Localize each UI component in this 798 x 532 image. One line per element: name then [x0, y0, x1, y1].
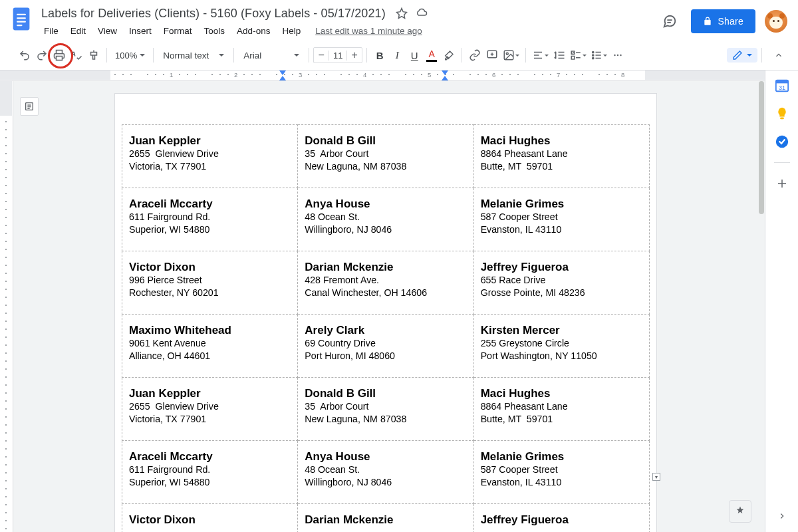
line-spacing-button[interactable] [551, 47, 568, 64]
label-name: Donald B Gill [305, 134, 466, 148]
label-cell[interactable]: Juan Keppler2655 Glenview DriveVictoria,… [122, 378, 298, 441]
tasks-app-icon[interactable] [775, 134, 789, 149]
menu-help[interactable]: Help [277, 24, 306, 38]
editing-mode-button[interactable] [727, 48, 757, 63]
label-cell[interactable]: Maci Hughes8864 Pheasant LaneButte, MT 5… [473, 125, 649, 188]
add-on-plus-button[interactable] [775, 176, 789, 191]
vertical-scrollbar[interactable] [758, 81, 765, 532]
svg-point-31 [620, 55, 622, 56]
svg-point-30 [617, 55, 618, 56]
label-cell[interactable]: Melanie Grimes587 Cooper StreetEvanston,… [473, 188, 649, 251]
label-address: 255 Greystone Circle [481, 337, 642, 349]
label-cell[interactable]: Araceli Mccarty611 Fairground Rd.Superio… [122, 441, 298, 504]
label-city: New Laguna, NM 87038 [305, 413, 466, 425]
font-value: Arial [243, 51, 261, 61]
label-address: 655 Race Drive [481, 274, 642, 286]
indent-marker-left[interactable] [279, 76, 286, 80]
indent-marker-first-line[interactable] [279, 70, 286, 75]
labels-table[interactable]: Juan Keppler2655 Glenview DriveVictoria,… [122, 124, 650, 532]
insert-link-button[interactable] [466, 47, 483, 64]
label-cell[interactable]: Anya House48 Ocean St.Willingboro, NJ 80… [298, 441, 473, 504]
align-button[interactable] [530, 47, 551, 64]
label-cell[interactable]: Darian Mckenzie428 Fremont Ave.Canal Win… [298, 251, 473, 315]
svg-rect-1 [17, 14, 26, 15]
text-color-button[interactable]: A [423, 47, 440, 64]
label-cell[interactable]: Anya House48 Ocean St.Willingboro, NJ 80… [298, 188, 473, 251]
bulleted-list-button[interactable] [589, 47, 609, 64]
italic-button[interactable]: I [388, 47, 406, 64]
highlight-color-button[interactable] [440, 47, 458, 64]
document-scroll-viewport[interactable]: ▾ Juan Keppler2655 Glenview DriveVictori… [13, 81, 758, 532]
spellcheck-button[interactable] [68, 47, 85, 64]
cloud-saved-icon[interactable] [415, 7, 428, 20]
menu-format[interactable]: Format [158, 24, 198, 38]
more-button[interactable] [609, 47, 626, 64]
underline-button[interactable]: U [406, 47, 423, 64]
star-icon[interactable] [395, 7, 408, 20]
print-button[interactable] [51, 47, 68, 64]
bold-button[interactable]: B [371, 47, 388, 64]
label-cell[interactable]: Donald B Gill35 Arbor CourtNew Laguna, N… [298, 378, 473, 441]
label-cell[interactable]: Jeffrey Figueroa [473, 504, 649, 533]
table-row: Victor Dixon996 Pierce StreetRochester, … [122, 251, 650, 315]
paint-format-button[interactable] [85, 47, 102, 64]
comments-button[interactable] [658, 9, 682, 33]
redo-button[interactable] [33, 47, 51, 64]
label-cell[interactable]: Juan Keppler2655 Glenview DriveVictoria,… [122, 125, 298, 188]
insert-image-button[interactable] [501, 47, 521, 64]
share-button[interactable]: Share [691, 9, 755, 33]
label-cell[interactable]: Victor Dixon996 Pierce StreetRochester, … [122, 251, 298, 315]
vertical-ruler[interactable] [0, 81, 13, 532]
font-size-value[interactable]: 11 [329, 51, 347, 61]
menu-file[interactable]: File [39, 24, 64, 38]
label-city: Port Huron, MI 48060 [305, 350, 466, 362]
horizontal-ruler[interactable]: 12345678 [0, 70, 765, 81]
label-address: 587 Cooper Street [481, 464, 642, 475]
label-cell[interactable]: Melanie Grimes587 Cooper StreetEvanston,… [473, 441, 649, 504]
checklist-button[interactable] [568, 47, 589, 64]
last-edit-link[interactable]: Last edit was 1 minute ago [315, 26, 422, 36]
label-address: 48 Ocean St. [305, 211, 466, 223]
label-address: 35 Arbor Court [305, 400, 466, 412]
hide-menus-button[interactable] [771, 48, 786, 63]
font-family-dropdown[interactable]: Arial [238, 51, 305, 61]
side-panel-collapse-button[interactable] [774, 508, 790, 524]
add-comment-button[interactable] [483, 47, 501, 64]
paragraph-styles-dropdown[interactable]: Normal text [158, 51, 229, 61]
keep-app-icon[interactable] [775, 106, 789, 121]
label-cell[interactable]: Araceli Mccarty611 Fairground Rd.Superio… [122, 188, 298, 251]
label-cell[interactable]: Kirsten Mercer255 Greystone CirclePort W… [473, 315, 649, 378]
document-page[interactable]: ▾ Juan Keppler2655 Glenview DriveVictori… [114, 93, 657, 532]
margin-marker-right[interactable] [442, 70, 448, 75]
menu-view[interactable]: View [92, 24, 122, 38]
label-cell[interactable]: Maci Hughes8864 Pheasant LaneButte, MT 5… [473, 378, 649, 441]
svg-text:31: 31 [778, 84, 785, 91]
scrollbar-thumb[interactable] [759, 81, 764, 214]
document-title[interactable]: Labels for Deliveries (Clients) - 5160 (… [39, 5, 388, 22]
lock-icon [703, 17, 712, 26]
font-size-increase[interactable]: + [347, 48, 362, 63]
menu-insert[interactable]: Insert [124, 24, 157, 38]
label-cell[interactable]: Maximo Whitehead9061 Kent AvenueAlliance… [122, 315, 298, 378]
label-cell[interactable]: Arely Clark69 Country DrivePort Huron, M… [298, 315, 473, 378]
menu-addons[interactable]: Add-ons [231, 24, 275, 38]
label-name: Anya House [305, 198, 466, 211]
table-column-handle[interactable]: ▾ [652, 473, 660, 481]
ruler-tick: 8 [621, 71, 624, 78]
svg-point-29 [614, 55, 616, 56]
explore-button[interactable] [729, 500, 751, 523]
menu-tools[interactable]: Tools [199, 24, 231, 38]
zoom-dropdown[interactable]: 100% [111, 51, 149, 61]
label-cell[interactable]: Donald B Gill35 Arbor CourtNew Laguna, N… [298, 125, 473, 188]
label-cell[interactable]: Darian Mckenzie [298, 504, 473, 533]
account-avatar[interactable] [765, 10, 787, 33]
table-row: Juan Keppler2655 Glenview DriveVictoria,… [122, 125, 650, 188]
calendar-app-icon[interactable]: 31 [775, 78, 789, 93]
menu-edit[interactable]: Edit [65, 24, 91, 38]
label-cell[interactable]: Victor Dixon [122, 504, 298, 533]
undo-button[interactable] [16, 47, 33, 64]
font-size-decrease[interactable]: − [314, 48, 329, 63]
docs-logo[interactable] [8, 4, 35, 36]
label-cell[interactable]: Jeffrey Figueroa655 Race DriveGrosse Poi… [473, 251, 649, 315]
indent-marker-right[interactable] [442, 76, 448, 80]
